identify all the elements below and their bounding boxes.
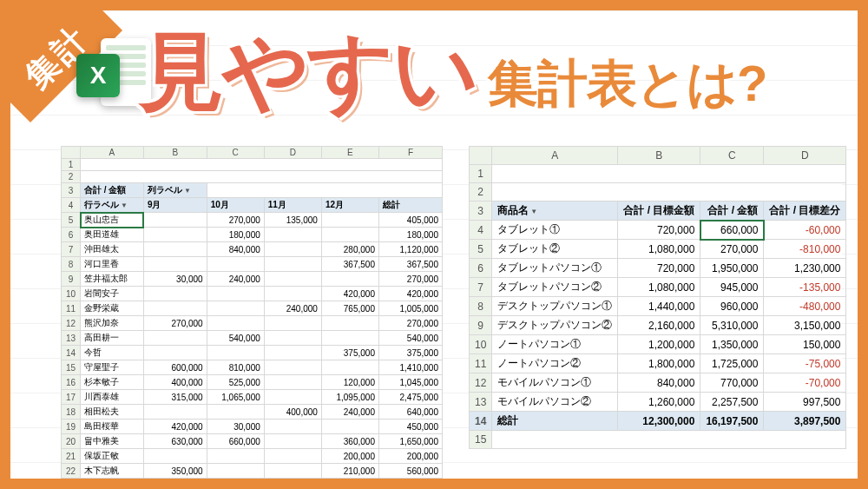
cell[interactable]: 1,095,000 [321, 390, 378, 405]
cell[interactable]: 1,260,000 [618, 393, 700, 412]
cell[interactable] [321, 316, 378, 331]
cell[interactable]: 1,200,000 [618, 335, 700, 354]
cell[interactable] [207, 479, 264, 490]
product-name[interactable]: タブレット② [492, 240, 618, 259]
cell[interactable]: 3,150,000 [764, 316, 846, 335]
cell[interactable] [207, 301, 264, 316]
cell[interactable]: -135,000 [764, 278, 846, 297]
cell[interactable] [264, 360, 321, 375]
cell[interactable] [264, 287, 321, 301]
row-name[interactable]: 岩間安子 [81, 287, 144, 301]
cell[interactable]: 360,000 [321, 434, 378, 449]
cell[interactable]: 420,000 [321, 287, 378, 301]
cell[interactable]: 1,005,000 [378, 301, 442, 316]
cell[interactable] [264, 316, 321, 331]
cell[interactable] [321, 272, 378, 287]
row-name[interactable]: 畠中雅美 [81, 434, 144, 449]
cell[interactable]: 720,000 [618, 221, 700, 240]
cell[interactable]: 810,000 [207, 360, 264, 375]
cell[interactable]: 840,000 [207, 242, 264, 257]
cell[interactable] [143, 287, 207, 301]
cell[interactable] [264, 242, 321, 257]
cell[interactable] [264, 375, 321, 390]
cell[interactable]: 2,160,000 [618, 316, 700, 335]
cell[interactable]: 30,000 [143, 272, 207, 287]
cell[interactable]: -60,000 [764, 221, 846, 240]
product-name[interactable]: モバイルパソコン② [492, 393, 618, 412]
cell[interactable]: 1,950,000 [700, 259, 764, 278]
cell[interactable]: 450,000 [378, 420, 442, 434]
cell[interactable] [321, 360, 378, 375]
cell[interactable]: 1,065,000 [207, 390, 264, 405]
cell[interactable]: 375,000 [378, 346, 442, 360]
cell[interactable]: 840,000 [618, 373, 700, 393]
cell[interactable]: 240,000 [264, 301, 321, 316]
cell[interactable]: 120,000 [321, 375, 378, 390]
col-d[interactable]: D [264, 147, 321, 159]
cell[interactable]: 1,350,000 [700, 335, 764, 354]
cell[interactable] [143, 449, 207, 464]
cell[interactable]: 400,000 [264, 405, 321, 420]
cell[interactable]: 367,500 [378, 257, 442, 272]
cell[interactable]: 270,000 [207, 213, 264, 228]
cell[interactable]: 2,475,000 [378, 390, 442, 405]
cell[interactable]: 960,000 [700, 297, 764, 316]
cell[interactable] [264, 464, 321, 479]
dropdown-icon[interactable]: ▼ [182, 187, 191, 195]
cell[interactable]: 135,000 [264, 213, 321, 228]
cell[interactable]: 600,000 [143, 360, 207, 375]
cell[interactable]: 720,000 [618, 259, 700, 278]
cell[interactable]: 540,000 [378, 331, 442, 346]
cell[interactable]: 270,000 [143, 316, 207, 331]
col-a[interactable]: A [492, 147, 618, 165]
col-a[interactable]: A [81, 147, 144, 159]
cell[interactable]: 1,410,000 [378, 360, 442, 375]
cell[interactable]: 945,000 [700, 278, 764, 297]
cell[interactable]: 765,000 [321, 301, 378, 316]
product-name[interactable]: タブレットパソコン① [492, 259, 618, 278]
cell[interactable]: 180,000 [207, 228, 264, 242]
cell[interactable]: 630,000 [143, 434, 207, 449]
cell[interactable]: 400,000 [143, 375, 207, 390]
product-name[interactable]: ノートパソコン② [492, 354, 618, 373]
row-name[interactable]: 高田耕一 [81, 331, 144, 346]
cell[interactable]: 2,257,500 [700, 393, 764, 412]
row-name[interactable]: 沖田雄太 [81, 242, 144, 257]
product-name[interactable]: ノートパソコン① [492, 335, 618, 354]
row-name[interactable]: 河口里香 [81, 257, 144, 272]
cell[interactable]: 1,120,000 [378, 242, 442, 257]
cell[interactable]: 240,000 [207, 272, 264, 287]
cell[interactable]: 1,440,000 [264, 479, 321, 490]
cell[interactable] [321, 213, 378, 228]
cell[interactable]: 270,000 [378, 316, 442, 331]
cell[interactable] [321, 228, 378, 242]
cell[interactable]: 240,000 [321, 405, 378, 420]
row-name[interactable]: 守屋聖子 [81, 360, 144, 375]
product-name[interactable]: モバイルパソコン① [492, 373, 618, 393]
cell[interactable]: 30,000 [207, 420, 264, 434]
cell[interactable] [207, 346, 264, 360]
cell[interactable] [264, 449, 321, 464]
cell[interactable]: -75,000 [764, 354, 846, 373]
cell[interactable] [143, 331, 207, 346]
cell[interactable]: 1,725,000 [700, 354, 764, 373]
cell[interactable] [207, 405, 264, 420]
col-d[interactable]: D [764, 147, 846, 165]
cell[interactable] [321, 420, 378, 434]
row-name[interactable]: 奥田道雄 [81, 228, 144, 242]
row-name[interactable]: 保坂正敏 [81, 449, 144, 464]
cell[interactable]: 1,045,000 [378, 375, 442, 390]
dropdown-icon[interactable]: ▼ [119, 202, 128, 209]
cell[interactable]: 1,440,000 [618, 297, 700, 316]
cell[interactable] [143, 257, 207, 272]
cell[interactable] [143, 479, 207, 490]
cell[interactable] [264, 257, 321, 272]
cell[interactable]: 560,000 [378, 464, 442, 479]
cell[interactable]: -70,000 [764, 373, 846, 393]
cell[interactable]: 1,650,000 [378, 434, 442, 449]
cell[interactable] [143, 301, 207, 316]
cell[interactable] [264, 228, 321, 242]
cell[interactable]: 1,080,000 [618, 240, 700, 259]
cell[interactable]: 660,000 [207, 434, 264, 449]
product-name[interactable]: デスクトップパソコン② [492, 316, 618, 335]
